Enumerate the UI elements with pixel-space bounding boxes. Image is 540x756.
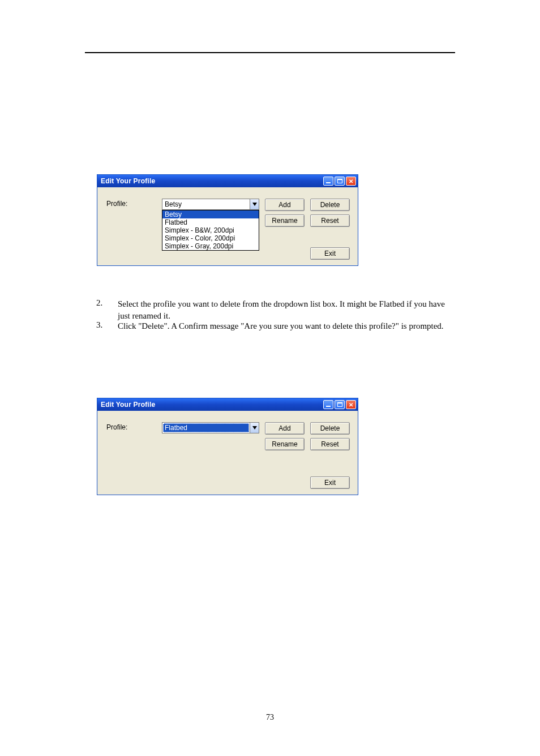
profile-dropdown-list[interactable]: Betsy Flatbed Simplex - B&W, 200dpi Simp… <box>162 210 259 251</box>
exit-button[interactable]: Exit <box>310 247 350 260</box>
dropdown-item[interactable]: Betsy <box>162 211 259 218</box>
titlebar[interactable]: Edit Your Profile ✕ <box>97 398 358 411</box>
minimize-icon[interactable] <box>323 177 333 186</box>
edit-profile-dialog-2: Edit Your Profile ✕ Profile: Flatbed Add… <box>97 398 358 495</box>
profile-label: Profile: <box>106 200 127 208</box>
titlebar[interactable]: Edit Your Profile ✕ <box>97 175 358 187</box>
reset-button[interactable]: Reset <box>310 438 350 450</box>
minimize-icon[interactable] <box>323 400 333 409</box>
window-controls: ✕ <box>323 177 356 186</box>
window-controls: ✕ <box>323 400 356 409</box>
maximize-icon[interactable] <box>335 400 345 409</box>
dropdown-item[interactable]: Simplex - Gray, 200dpi <box>162 242 259 250</box>
dropdown-item[interactable]: Flatbed <box>162 218 259 226</box>
header-rule <box>85 52 455 53</box>
dropdown-item[interactable]: Simplex - B&W, 200dpi <box>162 226 259 234</box>
dialog-title: Edit Your Profile <box>101 177 155 185</box>
dialog-title: Edit Your Profile <box>101 401 155 409</box>
dropdown-item[interactable]: Simplex - Color, 200dpi <box>162 234 259 242</box>
close-icon[interactable]: ✕ <box>346 177 356 186</box>
delete-button[interactable]: Delete <box>310 422 350 435</box>
step-2-number: 2. <box>96 298 102 308</box>
exit-button[interactable]: Exit <box>310 476 350 489</box>
combobox-value: Flatbed <box>163 423 249 432</box>
profile-label: Profile: <box>106 423 127 431</box>
step-3-text: Click "Delete". A Confirm message "Are y… <box>118 320 457 332</box>
chevron-down-icon[interactable] <box>250 199 259 209</box>
edit-profile-dialog-1: Edit Your Profile ✕ Profile: Betsy Betsy… <box>97 174 358 266</box>
combobox-value: Betsy <box>162 200 250 208</box>
step-3-number: 3. <box>96 320 102 330</box>
close-icon[interactable]: ✕ <box>346 400 356 409</box>
rename-button[interactable]: Rename <box>265 214 305 227</box>
profile-combobox[interactable]: Betsy <box>162 199 259 210</box>
chevron-down-icon[interactable] <box>250 423 259 433</box>
add-button[interactable]: Add <box>265 422 305 435</box>
page-number: 73 <box>0 713 540 722</box>
maximize-icon[interactable] <box>335 177 345 186</box>
add-button[interactable]: Add <box>265 199 305 211</box>
reset-button[interactable]: Reset <box>310 214 350 227</box>
rename-button[interactable]: Rename <box>265 438 305 450</box>
delete-button[interactable]: Delete <box>310 199 350 211</box>
step-2-text: Select the profile you want to delete fr… <box>118 298 457 322</box>
profile-combobox[interactable]: Flatbed <box>162 422 259 433</box>
